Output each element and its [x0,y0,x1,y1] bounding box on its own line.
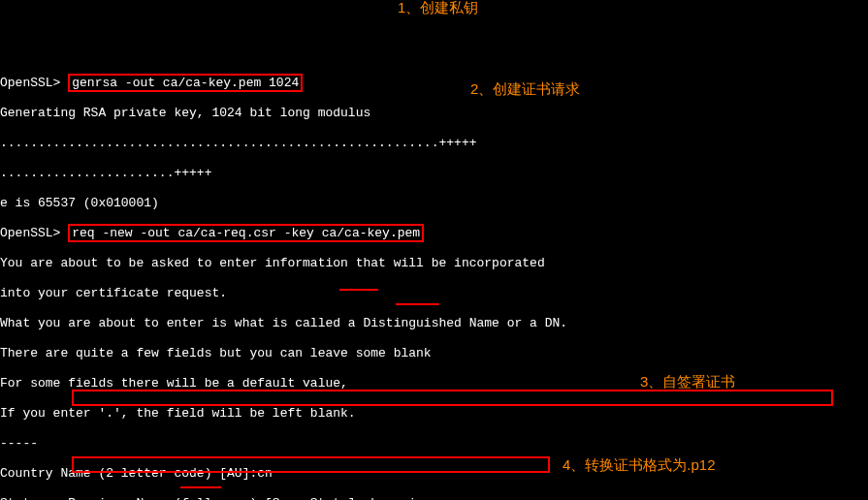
output-line: What you are about to enter is what is c… [0,316,868,331]
output-line: ........................................… [0,136,868,151]
output-line: If you enter '.', the field will be left… [0,406,868,422]
output-line: State or Province Name (full name) [Some… [0,496,868,501]
output-line: You are about to be asked to enter infor… [0,256,868,271]
output-line: .......................+++++ [0,166,868,181]
underline-test-password [180,486,221,488]
output-line: e is 65537 (0x010001) [0,196,868,211]
output-line: For some fields there will be a default … [0,376,868,391]
terminal-output: OpenSSL> genrsa -out ca/ca-key.pem 1024 … [0,60,868,500]
prompt: OpenSSL> [0,226,60,240]
annotation-1: 1、创建私钥 [398,0,478,16]
command-2: req -new -out ca/ca-req.csr -key ca/ca-k… [68,224,424,242]
annotation-3: 3、自签署证书 [640,374,735,390]
output-line: Generating RSA private key, 1024 bit lon… [0,106,868,121]
output-line: There are quite a few fields but you can… [0,346,868,361]
output-line: into your certificate request. [0,286,868,301]
command-1: genrsa -out ca/ca-key.pem 1024 [68,74,303,92]
output-line: ----- [0,436,868,452]
underline-root [396,303,439,305]
underline-test [339,289,378,291]
output-line: Country Name (2 letter code) [AU]:cn [0,466,868,482]
annotation-2: 2、创建证书请求 [470,81,580,97]
prompt: OpenSSL> [0,76,60,90]
annotation-4: 4、转换证书格式为.p12 [563,457,716,473]
